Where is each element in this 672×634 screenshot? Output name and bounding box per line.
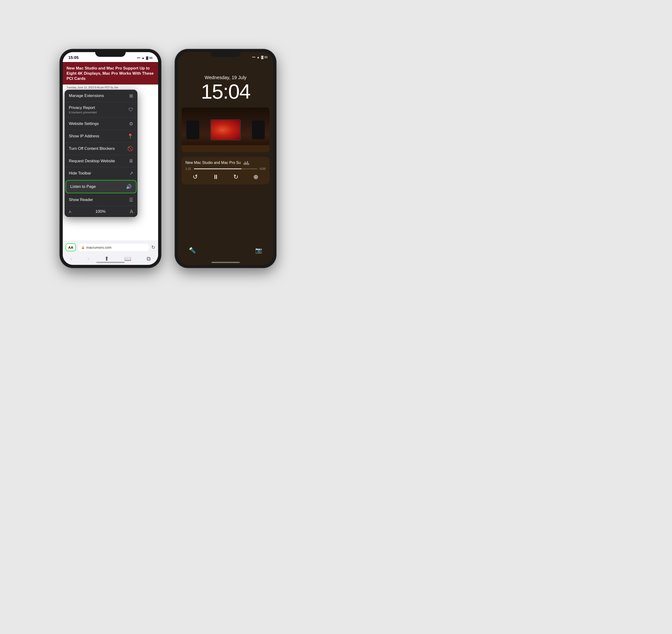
lock-time: 15:04 [178,81,273,102]
menu-item-privacy-report[interactable]: Privacy Report 8 trackers prevented 🛡 [65,102,137,118]
extensions-icon: ⊞ [129,93,133,99]
lockscreen: ••• ▲ ▓ 98 Wednesday, 19 July 15:04 [178,52,273,265]
camera-icon: 📷 [255,247,262,253]
home-indicator-lock [211,262,240,263]
flashlight-icon: 🔦 [189,247,196,253]
studio-image [182,107,270,152]
share-button[interactable]: ⬆ [104,255,109,262]
aa-button[interactable]: AA [66,243,76,251]
privacy-shield-icon: 🛡 [129,107,133,113]
reader-icon: ☰ [129,197,133,203]
progress-bar[interactable] [194,168,257,169]
lock-bottom-controls: 🔦 📷 [178,245,273,255]
pause-button[interactable]: ⏸ [213,173,219,180]
wifi-icon-lock: ▲ [257,55,260,59]
font-increase-button[interactable]: A [130,209,133,215]
font-decrease-button[interactable]: A [69,210,71,214]
remaining-time: -0:00 [259,167,266,170]
fast-forward-button[interactable]: ↻ [233,173,238,180]
monitor-screen [211,120,240,140]
safari-menu-dropdown: Manage Extensions ⊞ Privacy Report 8 tra… [65,90,137,217]
airplay-button[interactable]: ⊕ [253,173,258,180]
wifi-icon: ▲ [142,56,145,59]
battery-icon-lock: ▓ 98 [261,55,268,59]
article-meta: Tuesday, June 13, 2023 8:46 pm PDT by Jo… [63,84,158,90]
phone-screen: 15:05 ••• ▲ ▓ 98 New Mac Studio and Mac … [63,52,158,265]
phone-screen-2: ••• ▲ ▓ 98 Wednesday, 19 July 15:04 [178,52,273,265]
notch [210,49,241,57]
progress-fill [194,168,241,169]
speaker-right-icon [252,120,265,139]
menu-item-turn-off-content-blockers[interactable]: Turn Off Content Blockers 🚫 [65,143,137,155]
menu-item-listen-to-page[interactable]: Listen to Page 🔊 [66,180,137,193]
address-bar: AA 🔒 macrumors.com ↻ [63,241,158,253]
menu-item-show-reader[interactable]: Show Reader ☰ [65,194,137,206]
signal-icon: ••• [137,56,140,59]
studio-desk [182,107,270,152]
notch [95,49,126,57]
now-playing-title: New Mac Studio and Mac Pro Su [185,161,249,165]
menu-item-manage-extensions[interactable]: Manage Extensions ⊞ [65,90,137,102]
font-size-row[interactable]: A 100% A [65,206,137,217]
signal-icon-lock: ••• [252,55,255,59]
location-pin-icon: 📍 [128,133,133,139]
phone-safari: 15:05 ••• ▲ ▓ 98 New Mac Studio and Mac … [60,49,161,268]
desktop-icon: 🖥 [129,158,133,164]
settings-gear-icon: ⚙ [129,121,133,127]
flashlight-button[interactable]: 🔦 [187,245,198,255]
waveform-icon [244,161,249,165]
safari-screen: 15:05 ••• ▲ ▓ 98 New Mac Studio and Mac … [63,52,158,265]
elapsed-time: 1:15 [185,167,192,170]
speaker-left-icon [186,120,199,139]
font-percentage: 100% [95,209,106,214]
menu-item-website-settings[interactable]: Website Settings ⚙ [65,118,137,130]
tabs-button[interactable]: ⧉ [147,255,150,262]
nav-bar: ‹ › ⬆ 📖 ⧉ [63,253,158,265]
desk-surface [182,145,270,152]
reload-button[interactable]: ↻ [151,244,155,250]
battery-icon: ▓ 98 [146,56,153,59]
lock-date: Wednesday, 19 July [178,75,273,80]
bookmarks-button[interactable]: 📖 [124,255,131,262]
status-time: 15:05 [68,55,78,60]
menu-item-hide-toolbar[interactable]: Hide Toolbar ↗ [65,167,137,180]
safari-bottom-bar: AA 🔒 macrumors.com ↻ ‹ › ⬆ 📖 ⧉ [63,241,158,265]
home-indicator [96,262,124,263]
content-blocker-icon: 🚫 [128,146,133,151]
status-icons-lock: ••• ▲ ▓ 98 [252,55,268,59]
monitor-display [210,119,241,140]
url-domain: macrumors.com [86,245,112,249]
menu-item-request-desktop[interactable]: Request Desktop Website 🖥 [65,155,137,167]
back-button[interactable]: ‹ [70,255,72,262]
url-bar[interactable]: 🔒 macrumors.com [78,244,149,251]
article-header: New Mac Studio and Mac Pro Support Up to… [63,62,158,84]
article-title: New Mac Studio and Mac Pro Support Up to… [67,66,154,81]
now-playing-widget: New Mac Studio and Mac Pro Su 1:15 [182,157,270,184]
phone-lockscreen: ••• ▲ ▓ 98 Wednesday, 19 July 15:04 [175,49,276,268]
status-icons: ••• ▲ ▓ 98 [137,56,153,59]
toolbar-icon: ↗ [129,170,133,176]
playback-controls: ↺ ⏸ ↻ ⊕ [185,173,266,180]
listen-icon: 🔊 [126,184,132,190]
rewind-button[interactable]: ↺ [193,173,198,180]
progress-row: 1:15 -0:00 [185,167,266,170]
camera-button[interactable]: 📷 [254,245,264,255]
menu-item-show-ip-address[interactable]: Show IP Address 📍 [65,130,137,143]
forward-button[interactable]: › [87,255,89,262]
lock-icon: 🔒 [81,246,85,249]
